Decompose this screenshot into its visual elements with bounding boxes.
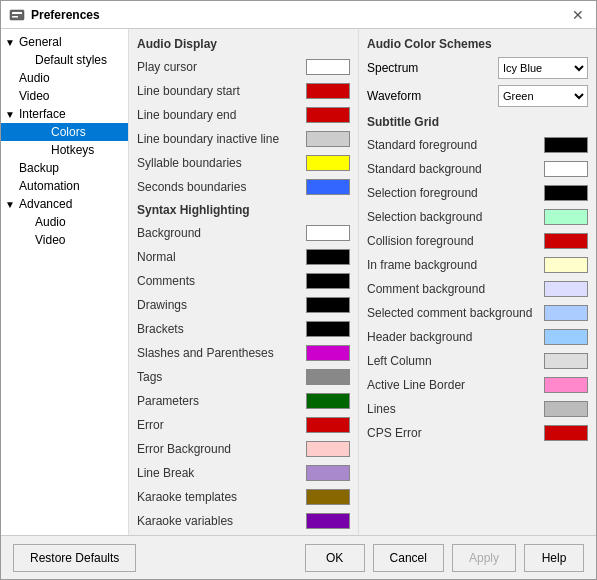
scheme-label-1: Waveform — [367, 89, 498, 103]
color-swatch-1[interactable] — [306, 249, 350, 265]
color-label-0: Standard foreground — [367, 138, 544, 152]
color-label-7: Selected comment background — [367, 306, 544, 320]
restore-defaults-button[interactable]: Restore Defaults — [13, 544, 136, 572]
right-panel: Audio Color Schemes SpectrumIcy BlueGree… — [359, 29, 596, 535]
color-swatch-4[interactable] — [544, 233, 588, 249]
sidebar-item-audio[interactable]: Audio — [1, 69, 128, 87]
sidebar-label-video: Video — [19, 89, 49, 103]
main-content: ▼GeneralDefault stylesAudioVideo▼Interfa… — [1, 29, 596, 535]
color-swatch-2[interactable] — [544, 185, 588, 201]
color-label-12: Karaoke variables — [137, 514, 306, 528]
help-button[interactable]: Help — [524, 544, 584, 572]
color-swatch-4[interactable] — [306, 155, 350, 171]
color-swatch-7[interactable] — [306, 393, 350, 409]
ok-button[interactable]: OK — [305, 544, 365, 572]
color-swatch-3[interactable] — [306, 131, 350, 147]
sidebar-label-automation: Automation — [19, 179, 80, 193]
sidebar-item-hotkeys[interactable]: Hotkeys — [1, 141, 128, 159]
svg-rect-2 — [12, 16, 18, 18]
color-row-12: Karaoke variables — [137, 511, 350, 531]
color-swatch-0[interactable] — [306, 225, 350, 241]
sidebar-item-video2[interactable]: Video — [1, 231, 128, 249]
sidebar-item-video[interactable]: Video — [1, 87, 128, 105]
color-swatch-12[interactable] — [544, 425, 588, 441]
scheme-row-1: WaveformGreenIcy BlueBlueSunset — [367, 85, 588, 107]
color-row-2: Line boundary end — [137, 105, 350, 125]
color-label-3: Drawings — [137, 298, 306, 312]
scheme-select-1[interactable]: GreenIcy BlueBlueSunset — [498, 85, 588, 107]
color-label-10: Active Line Border — [367, 378, 544, 392]
title-bar: Preferences ✕ — [1, 1, 596, 29]
color-swatch-2[interactable] — [306, 273, 350, 289]
color-swatch-9[interactable] — [544, 353, 588, 369]
scheme-row-0: SpectrumIcy BlueGreenBlueSunset — [367, 57, 588, 79]
sidebar-item-interface[interactable]: ▼Interface — [1, 105, 128, 123]
color-swatch-10[interactable] — [544, 377, 588, 393]
color-row-8: Header background — [367, 327, 588, 347]
sidebar-item-general[interactable]: ▼General — [1, 33, 128, 51]
color-row-2: Comments — [137, 271, 350, 291]
color-swatch-8[interactable] — [306, 417, 350, 433]
svg-rect-0 — [10, 10, 24, 20]
color-swatch-5[interactable] — [544, 257, 588, 273]
color-swatch-8[interactable] — [544, 329, 588, 345]
color-row-1: Line boundary start — [137, 81, 350, 101]
left-panel: Audio Display Play cursorLine boundary s… — [129, 29, 359, 535]
sidebar-item-automation[interactable]: Automation — [1, 177, 128, 195]
svg-rect-1 — [12, 12, 22, 14]
scheme-label-0: Spectrum — [367, 61, 498, 75]
color-label-10: Line Break — [137, 466, 306, 480]
color-label-2: Line boundary end — [137, 108, 306, 122]
color-swatch-12[interactable] — [306, 513, 350, 529]
color-label-4: Syllable boundaries — [137, 156, 306, 170]
color-row-7: Parameters — [137, 391, 350, 411]
footer-left: Restore Defaults — [13, 544, 136, 572]
audio-display-rows: Play cursorLine boundary startLine bound… — [137, 57, 350, 197]
color-swatch-0[interactable] — [544, 137, 588, 153]
scheme-select-0[interactable]: Icy BlueGreenBlueSunset — [498, 57, 588, 79]
color-row-0: Play cursor — [137, 57, 350, 77]
sidebar-item-backup[interactable]: Backup — [1, 159, 128, 177]
color-label-5: Seconds boundaries — [137, 180, 306, 194]
audio-display-title: Audio Display — [137, 37, 350, 51]
sidebar-label-default-styles: Default styles — [35, 53, 107, 67]
sidebar-item-advanced[interactable]: ▼Advanced — [1, 195, 128, 213]
color-swatch-1[interactable] — [306, 83, 350, 99]
window-icon — [9, 7, 25, 23]
expand-icon-general: ▼ — [5, 37, 17, 48]
color-swatch-5[interactable] — [306, 179, 350, 195]
color-swatch-2[interactable] — [306, 107, 350, 123]
color-swatch-0[interactable] — [306, 59, 350, 75]
color-swatch-9[interactable] — [306, 441, 350, 457]
footer: Restore Defaults OK Cancel Apply Help — [1, 535, 596, 579]
color-row-0: Background — [137, 223, 350, 243]
color-swatch-6[interactable] — [544, 281, 588, 297]
color-swatch-1[interactable] — [544, 161, 588, 177]
color-swatch-11[interactable] — [544, 401, 588, 417]
color-swatch-10[interactable] — [306, 465, 350, 481]
color-row-6: Tags — [137, 367, 350, 387]
color-swatch-11[interactable] — [306, 489, 350, 505]
sidebar-label-audio: Audio — [19, 71, 50, 85]
sidebar-item-default-styles[interactable]: Default styles — [1, 51, 128, 69]
sidebar-label-general: General — [19, 35, 62, 49]
color-swatch-3[interactable] — [306, 297, 350, 313]
color-swatch-4[interactable] — [306, 321, 350, 337]
color-row-3: Selection background — [367, 207, 588, 227]
color-swatch-3[interactable] — [544, 209, 588, 225]
color-row-3: Line boundary inactive line — [137, 129, 350, 149]
close-button[interactable]: ✕ — [568, 5, 588, 25]
color-label-5: Slashes and Parentheses — [137, 346, 306, 360]
color-swatch-7[interactable] — [544, 305, 588, 321]
color-swatch-6[interactable] — [306, 369, 350, 385]
sidebar-item-audio2[interactable]: Audio — [1, 213, 128, 231]
apply-button[interactable]: Apply — [452, 544, 516, 572]
color-swatch-5[interactable] — [306, 345, 350, 361]
color-label-1: Standard background — [367, 162, 544, 176]
color-label-7: Parameters — [137, 394, 306, 408]
sidebar-item-colors[interactable]: Colors — [1, 123, 128, 141]
cancel-button[interactable]: Cancel — [373, 544, 444, 572]
color-label-5: In frame background — [367, 258, 544, 272]
color-label-4: Brackets — [137, 322, 306, 336]
color-row-10: Active Line Border — [367, 375, 588, 395]
